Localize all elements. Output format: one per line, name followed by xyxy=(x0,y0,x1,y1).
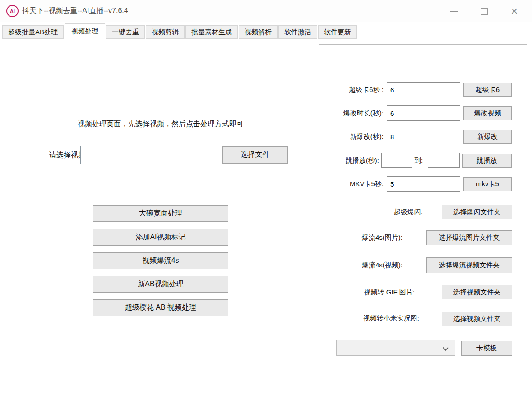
tab-one-click-dedup[interactable]: 一键去重 xyxy=(106,25,145,39)
maximize-icon xyxy=(481,8,488,15)
super-card6-button[interactable]: 超级卡6 xyxy=(463,83,512,97)
new-burst-input[interactable] xyxy=(387,129,460,144)
mkv-card5-input[interactable] xyxy=(387,176,460,192)
tab-batch-material[interactable]: 批量素材生成 xyxy=(185,25,238,39)
add-ai-video-mark-button[interactable]: 添加AI视频标记 xyxy=(93,229,228,246)
app-window: AI 抖天下--视频去重--AI直播--v7.6.4 ✕ 超级批量AB处理 视频… xyxy=(0,0,532,399)
select-flash-folder-button[interactable]: 选择爆闪文件夹 xyxy=(442,205,512,219)
page-instructions: 视频处理页面，先选择视频，然后点击处理方式即可 xyxy=(46,119,276,129)
card-template-button[interactable]: 卡模板 xyxy=(461,341,512,356)
jump-play-from-input[interactable] xyxy=(381,153,412,168)
super-card6-input[interactable] xyxy=(387,82,460,97)
tab-video-editing[interactable]: 视频剪辑 xyxy=(146,25,185,39)
burst-duration-label: 爆改时长(秒): xyxy=(328,109,384,118)
tab-video-processing[interactable]: 视频处理 xyxy=(65,23,105,39)
select-video-folder-live-button[interactable]: 选择视频文件夹 xyxy=(442,312,512,326)
close-button[interactable]: ✕ xyxy=(504,0,525,22)
mkv-card5-label: MKV卡5秒: xyxy=(328,180,384,188)
template-dropdown[interactable] xyxy=(336,340,455,356)
video-to-gif-label: 视频转 GIF 图片: xyxy=(352,288,415,297)
video-burst-4s-button[interactable]: 视频爆流4s xyxy=(93,252,228,269)
minimize-button[interactable] xyxy=(444,0,464,22)
tab-software-activation[interactable]: 软件激活 xyxy=(278,25,317,39)
select-video-folder-gif-button[interactable]: 选择视频文件夹 xyxy=(442,285,512,299)
burst-video-button[interactable]: 爆改视频 xyxy=(463,106,512,120)
super-card6-label: 超级卡6秒 : xyxy=(328,86,384,94)
tools-panel: 超级卡6秒 : 超级卡6 爆改时长(秒): 爆改视频 新爆改(秒): 新爆改 跳… xyxy=(319,44,527,396)
select-file-button[interactable]: 选择文件 xyxy=(222,146,288,164)
maximize-button[interactable] xyxy=(474,0,495,22)
title-bar: AI 抖天下--视频去重--AI直播--v7.6.4 ✕ xyxy=(0,0,532,22)
new-burst-label: 新爆改(秒): xyxy=(328,133,384,141)
select-burst-video-folder-button[interactable]: 选择爆流视频文件夹 xyxy=(426,257,512,273)
jump-play-to-label: 到: xyxy=(414,156,423,165)
close-icon: ✕ xyxy=(511,7,518,16)
new-ab-video-button[interactable]: 新AB视频处理 xyxy=(93,276,228,293)
video-path-input[interactable] xyxy=(80,146,216,164)
tab-strip: 超级批量AB处理 视频处理 一键去重 视频剪辑 批量素材生成 视频解析 软件激活… xyxy=(2,23,358,39)
select-burst-image-folder-button[interactable]: 选择爆流图片文件夹 xyxy=(426,230,512,245)
burst4s-image-label: 爆流4s(图片): xyxy=(351,234,402,242)
new-burst-button[interactable]: 新爆改 xyxy=(463,130,512,144)
tab-software-update[interactable]: 软件更新 xyxy=(318,25,357,39)
mkv-card5-button[interactable]: mkv卡5 xyxy=(463,177,512,191)
minimize-icon xyxy=(450,11,458,12)
jump-play-to-input[interactable] xyxy=(428,153,460,168)
jump-play-button[interactable]: 跳播放 xyxy=(462,154,512,168)
window-title: 抖天下--视频去重--AI直播--v7.6.4 xyxy=(22,6,128,16)
super-sakura-ab-button[interactable]: 超级樱花 AB 视频处理 xyxy=(93,299,228,316)
video-to-xiaomi-live-label: 视频转小米实况图: xyxy=(349,314,419,323)
tab-super-batch-ab[interactable]: 超级批量AB处理 xyxy=(2,25,64,39)
super-flash-label: 超级爆闪: xyxy=(365,208,423,216)
burst4s-video-label: 爆流4s(视频): xyxy=(351,261,402,270)
jump-play-label: 跳播放(秒): xyxy=(328,156,379,165)
big-bowl-wide-noodle-button[interactable]: 大碗宽面处理 xyxy=(93,205,228,222)
burst-duration-input[interactable] xyxy=(387,105,460,121)
chevron-down-icon xyxy=(443,345,449,351)
app-logo-icon: AI xyxy=(6,5,19,17)
tab-video-parsing[interactable]: 视频解析 xyxy=(239,25,278,39)
